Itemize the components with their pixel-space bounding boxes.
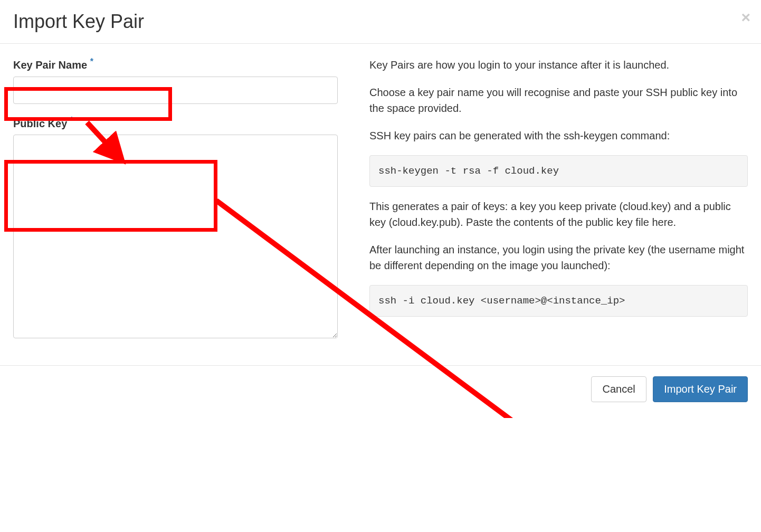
required-asterisk-icon: *: [90, 57, 93, 66]
required-asterisk-icon: *: [70, 116, 73, 125]
public-key-label: Public Key *: [13, 116, 338, 130]
help-paragraph-3: SSH key pairs can be generated with the …: [369, 128, 748, 144]
key-pair-name-label-text: Key Pair Name: [13, 59, 87, 71]
help-paragraph-5: After launching an instance, you login u…: [369, 242, 748, 273]
public-key-label-text: Public Key: [13, 117, 67, 129]
modal-title: Import Key Pair: [13, 11, 748, 33]
modal-body: Key Pair Name * Public Key * Key Pairs a…: [0, 44, 761, 365]
cancel-button[interactable]: Cancel: [591, 376, 646, 402]
import-key-pair-button[interactable]: Import Key Pair: [653, 376, 748, 402]
key-pair-name-input[interactable]: [13, 77, 338, 104]
modal-header: Import Key Pair ×: [0, 0, 761, 44]
public-key-textarea[interactable]: [13, 135, 338, 338]
modal-footer: Cancel Import Key Pair: [0, 365, 761, 418]
key-pair-name-group: Key Pair Name *: [13, 57, 338, 104]
form-column: Key Pair Name * Public Key *: [13, 57, 338, 352]
key-pair-name-label: Key Pair Name *: [13, 57, 338, 71]
help-paragraph-4: This generates a pair of keys: a key you…: [369, 198, 748, 230]
help-paragraph-1: Key Pairs are how you login to your inst…: [369, 57, 748, 73]
help-paragraph-2: Choose a key pair name you will recognis…: [369, 84, 748, 116]
help-column: Key Pairs are how you login to your inst…: [369, 57, 748, 352]
keygen-code-block: ssh-keygen -t rsa -f cloud.key: [369, 155, 748, 187]
public-key-group: Public Key *: [13, 116, 338, 341]
close-icon[interactable]: ×: [741, 10, 750, 25]
ssh-code-block: ssh -i cloud.key <username>@<instance_ip…: [369, 285, 748, 317]
